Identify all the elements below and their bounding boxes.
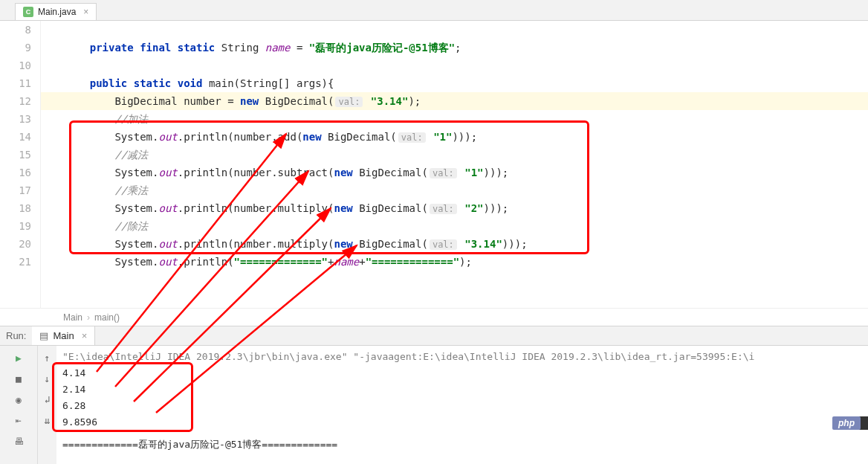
scroll-icon[interactable]: ⇊ bbox=[40, 413, 55, 428]
exit-icon[interactable]: ⇤ bbox=[11, 413, 26, 428]
java-file-icon: C bbox=[23, 7, 33, 17]
run-tab[interactable]: ▤ Main × bbox=[32, 326, 95, 345]
run-tab-icon: ▤ bbox=[39, 326, 48, 345]
file-tab[interactable]: C Main.java × bbox=[15, 3, 97, 20]
code-editor[interactable]: private final static String name = "磊哥的j… bbox=[41, 21, 868, 308]
up-icon[interactable]: ↑ bbox=[40, 350, 55, 365]
down-icon[interactable]: ↓ bbox=[40, 371, 55, 386]
breadcrumb[interactable]: Main›main() bbox=[0, 308, 868, 326]
close-icon[interactable]: × bbox=[82, 326, 88, 345]
run-label: Run: bbox=[0, 330, 32, 341]
line-gutter: 8 9 10 11 12 13 14 15 16 17 18 19 20 21 bbox=[0, 21, 41, 308]
run-toolbar: ▶ ■ ◉ ⇤ 🖶 bbox=[0, 346, 37, 464]
wrap-icon[interactable]: ↲ bbox=[40, 392, 55, 407]
php-watermark: php bbox=[832, 416, 861, 430]
tab-filename: Main.java bbox=[38, 7, 76, 17]
camera-icon[interactable]: ◉ bbox=[11, 392, 26, 407]
rerun-icon[interactable]: ▶ bbox=[11, 350, 26, 365]
console-output[interactable]: "E:\idea\IntelliJ IDEA 2019.2.3\jbr\bin\… bbox=[56, 346, 868, 464]
close-icon[interactable]: × bbox=[83, 7, 88, 17]
run-toolbar-2: ↑ ↓ ↲ ⇊ bbox=[37, 346, 56, 464]
stop-icon[interactable]: ■ bbox=[11, 371, 26, 386]
print-icon[interactable]: 🖶 bbox=[11, 434, 26, 448]
